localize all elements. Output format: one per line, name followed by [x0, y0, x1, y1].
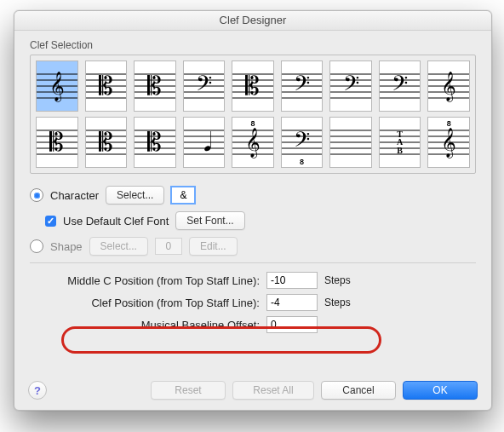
clef-cell[interactable]: 𝄞	[36, 60, 78, 112]
clef-cell[interactable]: 𝄞8	[232, 117, 274, 168]
shape-radio-label: Shape	[50, 240, 83, 253]
baseline-label: Musical Baseline Offset:	[30, 319, 260, 331]
shape-select-button: Select...	[89, 237, 148, 256]
clef-glyph-icon: 𝄢	[330, 61, 371, 111]
help-button[interactable]: ?	[28, 381, 47, 400]
character-radio-label: Character	[50, 189, 99, 202]
cancel-button[interactable]: Cancel	[321, 381, 396, 400]
baseline-row: Musical Baseline Offset:	[30, 316, 476, 333]
clef-position-row: Clef Position (from Top Staff Line): Ste…	[30, 294, 476, 311]
shape-value-input	[155, 238, 182, 255]
clef-glyph-icon: 𝄞	[428, 61, 469, 111]
clef-grid: 𝄞𝄡𝄡𝄢𝄡𝄢𝄢𝄢𝄞𝄡𝄡𝄡𝅘𝅥𝄞8𝄢8T A B𝄞8	[30, 55, 476, 174]
clef-position-label: Clef Position (from Top Staff Line):	[30, 297, 260, 309]
dialog-window: Clef Designer Clef Selection 𝄞𝄡𝄡𝄢𝄡𝄢𝄢𝄢𝄞𝄡𝄡…	[14, 10, 492, 411]
tab-clef-icon: T A B	[380, 118, 421, 167]
shape-radio[interactable]	[30, 239, 43, 253]
clef-cell[interactable]: 𝅘𝅥	[183, 117, 226, 168]
clef-cell[interactable]: 𝄡	[85, 117, 128, 168]
clef-glyph-icon: 𝄡	[86, 118, 127, 167]
clef-cell[interactable]: 𝄡	[85, 60, 128, 112]
shape-row: Shape Select... Edit...	[30, 237, 476, 256]
character-row: Character Select...	[30, 186, 476, 204]
clef-glyph-icon: 𝄡	[86, 61, 127, 111]
clef-position-input[interactable]	[266, 294, 318, 311]
use-default-font-label: Use Default Clef Font	[63, 215, 169, 228]
reset-button: Reset	[151, 381, 226, 400]
clef-cell[interactable]: 𝄢	[183, 60, 226, 112]
character-radio[interactable]	[30, 188, 43, 202]
clef-cell[interactable]: 𝄢	[379, 60, 421, 112]
clef-cell[interactable]	[329, 117, 372, 168]
clef-cell[interactable]: 𝄢	[329, 60, 372, 112]
dialog-footer: ? Reset Reset All Cancel OK	[14, 381, 491, 400]
clef-octave-sup: 8	[428, 119, 469, 128]
clef-cell[interactable]: 𝄢8	[281, 117, 324, 168]
use-default-font-row: ✓ Use Default Clef Font Set Font...	[45, 211, 476, 230]
clef-cell[interactable]: 𝄞	[427, 60, 470, 112]
middle-c-label: Middle C Position (from Top Staff Line):	[30, 274, 260, 287]
middle-c-row: Middle C Position (from Top Staff Line):…	[30, 272, 476, 289]
middle-c-units: Steps	[324, 274, 367, 286]
clef-cell[interactable]: 𝄡	[232, 60, 274, 112]
clef-glyph-icon: 𝄞	[37, 61, 77, 111]
use-default-font-checkbox[interactable]: ✓	[45, 216, 56, 227]
clef-glyph-icon: 𝄡	[135, 61, 175, 111]
clef-cell[interactable]: 𝄢	[281, 60, 324, 112]
clef-glyph-icon: 𝄢	[282, 61, 323, 111]
clef-glyph-icon: 𝅘𝅥	[184, 118, 225, 167]
character-select-button[interactable]: Select...	[106, 186, 164, 204]
ok-button[interactable]: OK	[403, 381, 478, 400]
clef-cell[interactable]: 𝄡	[134, 60, 176, 112]
clef-position-units: Steps	[324, 297, 367, 308]
clef-octave-sup: 8	[232, 119, 273, 128]
clef-cell[interactable]: T A B	[379, 117, 421, 168]
clef-glyph-icon: 𝄡	[37, 118, 77, 167]
set-font-button[interactable]: Set Font...	[175, 211, 244, 230]
clef-octave-sub: 8	[282, 158, 323, 166]
clef-glyph-icon: 𝄢	[380, 61, 421, 111]
clef-selection-label: Clef Selection	[30, 39, 476, 51]
clef-cell[interactable]: 𝄡	[36, 117, 78, 168]
clef-glyph-icon: 𝄢	[184, 61, 225, 111]
clef-glyph-icon: 𝄡	[232, 61, 273, 111]
divider	[30, 262, 476, 263]
reset-all-button: Reset All	[232, 381, 314, 400]
dialog-content: Clef Selection 𝄞𝄡𝄡𝄢𝄡𝄢𝄢𝄢𝄞𝄡𝄡𝄡𝅘𝅥𝄞8𝄢8T A B𝄞8…	[14, 31, 491, 347]
character-value-input[interactable]	[171, 187, 195, 204]
clef-cell[interactable]: 𝄡	[134, 117, 176, 168]
baseline-input[interactable]	[266, 316, 318, 333]
window-title: Clef Designer	[14, 11, 491, 31]
middle-c-input[interactable]	[266, 272, 318, 289]
clef-glyph-icon: 𝄡	[135, 118, 175, 167]
clef-cell[interactable]: 𝄞8	[427, 117, 470, 168]
shape-edit-button: Edit...	[189, 237, 238, 256]
